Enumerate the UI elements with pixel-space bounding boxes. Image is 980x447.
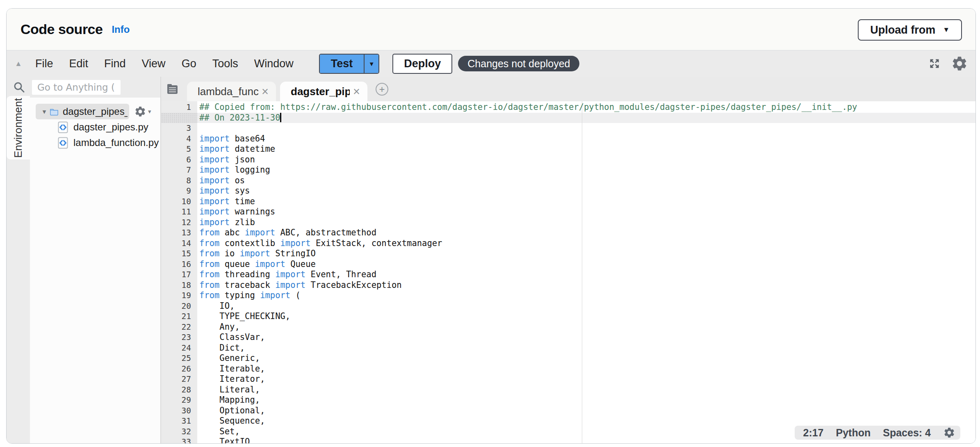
line-number[interactable]: 20 [161,301,197,312]
code-line-17[interactable]: from threading import Event, Thread [199,269,975,280]
menu-go[interactable]: Go [182,57,196,70]
line-number[interactable]: 30 [161,406,197,416]
line-number[interactable]: 12 [161,217,197,228]
line-number[interactable]: 3 [161,123,197,134]
code-line-25[interactable]: Generic, [199,353,975,364]
tab-list-icon[interactable] [167,84,178,94]
status-gear-icon[interactable] [943,426,955,439]
code-line-22[interactable]: Any, [199,322,975,333]
menu-window[interactable]: Window [254,57,294,70]
code-line-29[interactable]: Mapping, [199,395,975,406]
line-number[interactable]: 19 [161,290,197,301]
line-number[interactable]: 24 [161,343,197,353]
line-number[interactable]: 23 [161,332,197,343]
line-number[interactable]: 25 [161,353,197,364]
test-button[interactable]: Test [320,55,364,73]
language-mode[interactable]: Python [836,427,871,439]
code-line-30[interactable]: Optional, [199,406,975,416]
info-link[interactable]: Info [112,24,130,35]
tab-environment[interactable]: Environment [7,96,30,160]
tree-folder-row[interactable]: ▾ dagster_pipes_funct ▾ [30,104,160,119]
code-line-10[interactable]: import time [199,196,975,207]
line-number[interactable]: 32 [161,426,197,437]
new-tab-button[interactable]: + [376,83,388,96]
menu-file[interactable]: File [35,57,53,70]
line-number[interactable]: 17 [161,269,197,280]
line-number[interactable]: 31 [161,416,197,426]
code-line-5[interactable]: import datetime [199,144,975,155]
line-number[interactable]: 9 [161,186,197,196]
indentation-setting[interactable]: Spaces: 4 [883,427,931,439]
tree-file-lambda_function.py[interactable]: lambda_function.py [30,135,160,151]
line-number[interactable]: 4 [161,134,197,144]
menu-find[interactable]: Find [104,57,126,70]
code-line-21[interactable]: TYPE_CHECKING, [199,311,975,322]
code-line-14[interactable]: from contextlib import ExitStack, contex… [199,238,975,249]
tab-lambda_function[interactable]: lambda_function.× [187,82,276,101]
code-line-3[interactable] [199,123,975,134]
code-line-8[interactable]: import os [199,176,975,186]
code-line-2[interactable]: ## On 2023-11-30 [199,113,975,123]
line-number[interactable]: 11 [161,207,197,217]
line-number[interactable]: 10 [161,196,197,207]
line-number[interactable]: 5 [161,144,197,155]
code-line-11[interactable]: import warnings [199,207,975,217]
code-lines[interactable]: ## Copied from: https://raw.githubuserco… [199,102,975,443]
code-area[interactable]: 1234567891011121314151617181920212223242… [161,101,975,443]
line-number[interactable]: 29 [161,395,197,406]
code-line-20[interactable]: IO, [199,301,975,312]
code-line-27[interactable]: Iterator, [199,374,975,385]
code-line-16[interactable]: from queue import Queue [199,259,975,270]
line-number[interactable]: 26 [161,364,197,374]
editor-menubar: ▲ FileEditFindViewGoToolsWindow Test ▼ D… [7,50,975,77]
code-line-26[interactable]: Iterable, [199,364,975,374]
line-number[interactable]: 16 [161,259,197,270]
tree-settings-control[interactable]: ▾ [134,105,151,118]
line-number[interactable]: 14 [161,238,197,249]
code-line-7[interactable]: import logging [199,165,975,176]
tree-file-dagster_pipes.py[interactable]: dagster_pipes.py [30,119,160,135]
code-line-18[interactable]: from traceback import TracebackException [199,280,975,291]
line-number[interactable]: 27 [161,374,197,385]
line-number[interactable]: 15 [161,249,197,259]
code-line-13[interactable]: from abc import ABC, abstractmethod [199,228,975,238]
code-line-24[interactable]: Dict, [199,343,975,353]
line-number[interactable]: 21 [161,311,197,322]
deploy-button[interactable]: Deploy [392,54,452,74]
line-number[interactable]: 28 [161,385,197,395]
settings-gear-icon[interactable] [951,55,968,72]
cursor-position[interactable]: 2:17 [803,427,823,439]
line-number[interactable]: 18 [161,280,197,291]
menu-edit[interactable]: Edit [69,57,89,70]
close-icon[interactable]: × [353,86,360,98]
code-line-28[interactable]: Literal, [199,385,975,395]
line-number[interactable]: 8 [161,176,197,186]
code-line-12[interactable]: import zlib [199,217,975,228]
test-dropdown-caret[interactable]: ▼ [364,55,378,73]
code-line-6[interactable]: import json [199,155,975,165]
line-number[interactable]: 13 [161,228,197,238]
test-split-button[interactable]: Test ▼ [319,54,380,74]
collapse-panel-icon[interactable]: ▲ [7,59,30,68]
fullscreen-icon[interactable] [928,57,941,70]
line-number[interactable]: 6 [161,155,197,165]
folder-expand-caret-icon[interactable]: ▾ [39,107,50,116]
tab-dagster_pipes.py[interactable]: dagster_pipes.py× [280,82,367,101]
line-number[interactable]: 22 [161,322,197,333]
close-icon[interactable]: × [262,86,269,98]
code-line-15[interactable]: from io import StringIO [199,249,975,259]
code-line-31[interactable]: Sequence, [199,416,975,426]
upload-from-button[interactable]: Upload from ▼ [858,19,962,41]
line-number[interactable]: 33 [161,437,197,443]
goto-anything-input[interactable] [32,80,121,95]
line-number[interactable]: 1 [161,102,197,113]
code-line-19[interactable]: from typing import ( [199,290,975,301]
code-line-23[interactable]: ClassVar, [199,332,975,343]
tree-folder-selected[interactable]: ▾ dagster_pipes_funct [36,104,129,119]
code-line-9[interactable]: import sys [199,186,975,196]
code-line-1[interactable]: ## Copied from: https://raw.githubuserco… [199,102,975,113]
menu-tools[interactable]: Tools [212,57,238,70]
menu-view[interactable]: View [142,57,166,70]
line-number[interactable]: 7 [161,165,197,176]
code-line-4[interactable]: import base64 [199,134,975,144]
